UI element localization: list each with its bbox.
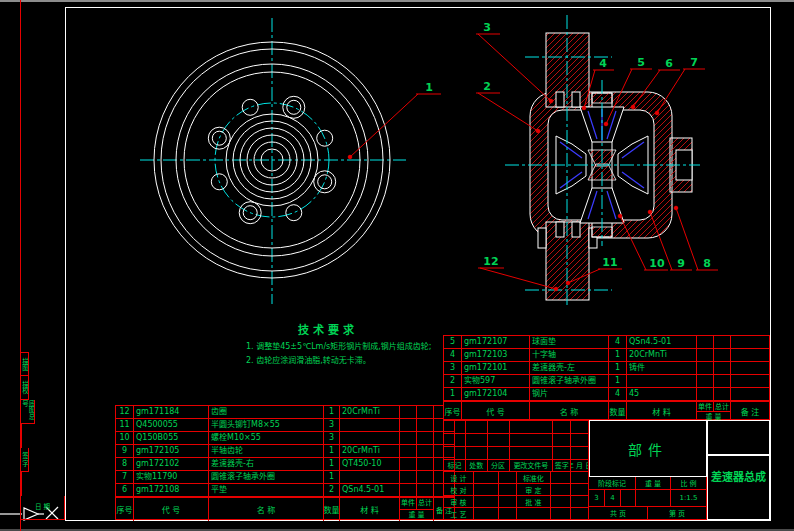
- cell-total: [417, 484, 434, 496]
- cell-material: 20CrMnTi: [627, 349, 697, 361]
- cell-unit: [400, 406, 417, 418]
- cell-qty: 3: [324, 419, 340, 431]
- cell-no: 7: [116, 471, 134, 483]
- label-check: 校 对: [444, 484, 474, 496]
- cell-code: Q150B055: [134, 432, 209, 444]
- cell-name: 差速器壳-右: [209, 458, 324, 470]
- parts-row: 6gm172108平垫2QSn4.5-01: [116, 484, 454, 497]
- header-total: 总计: [417, 498, 433, 509]
- label-scale: 比 例: [671, 477, 707, 490]
- signature-rows: 设 计标准化 校 对审 定 审 核批 准 工 艺: [443, 472, 589, 520]
- balloon-2: 2: [483, 81, 491, 92]
- title-block: 标记 处数 分区 更改文件号 签字 年 月 日 设 计标准化 校 对审 定 审 …: [443, 420, 770, 520]
- parts-row: 11Q4500055半圆头铆钉M8×553: [116, 419, 454, 432]
- header-no: 序号: [444, 402, 462, 421]
- label-examine: 审 定: [517, 484, 552, 496]
- balloon-10: 10: [649, 258, 664, 269]
- parts-row: 7实物11790圆锥滚子轴承外圈1: [116, 471, 454, 484]
- code-cell: [707, 420, 770, 455]
- cell-unit: [697, 388, 714, 400]
- cell-name: 半轴齿轮: [209, 445, 324, 457]
- cell-total: [417, 445, 434, 457]
- cell-no: 9: [116, 445, 134, 457]
- cell-unit: [697, 349, 714, 361]
- cell-remark: [731, 336, 769, 348]
- cell-total: [714, 388, 731, 400]
- stage-label-row: 阶段标记 重 量 比 例: [589, 477, 707, 490]
- stage-mark-2: 4: [605, 490, 621, 507]
- label-count: 处数: [466, 459, 488, 472]
- cell-qty: 1: [324, 471, 340, 483]
- label-standardization: 标准化: [517, 472, 552, 484]
- header-mass: 重 量: [400, 510, 433, 521]
- cell-total: [417, 471, 434, 483]
- cell-name: 齿圈: [209, 406, 324, 418]
- scale-value: 1:1.5: [671, 490, 707, 507]
- cell-qty: 4: [609, 388, 627, 400]
- cad-sheet[interactable]: 1 2 3 4 5 6 7 8 9 10 11 12 技术要求 1. 调整垫45…: [0, 0, 794, 531]
- parts-row: 4gm172103十字轴120CrMnTi: [444, 349, 769, 362]
- tech-requirement-2: 2. 齿轮应涂润滑油脂,转动无卡滞。: [246, 354, 467, 365]
- cell-name: 十字轴: [530, 349, 609, 361]
- label-weight: 重 量: [636, 477, 671, 490]
- label-design: 设 计: [444, 472, 474, 484]
- cell-no: 3: [444, 362, 462, 374]
- cell-material: QSn4.5-01: [627, 336, 697, 348]
- cell-total: [714, 336, 731, 348]
- header-mass-group: 单件总计 重 量: [697, 402, 731, 421]
- parts-row: 5gm172107球面垫4QSn4.5-01: [444, 336, 769, 349]
- cell-no: 8: [116, 458, 134, 470]
- sheet-total: 共 页: [589, 507, 648, 520]
- cell-material: [340, 432, 400, 444]
- cell-name: 螺栓M10×55: [209, 432, 324, 444]
- cell-material: 20CrMnTi: [340, 445, 400, 457]
- margin-blank: [20, 424, 22, 448]
- header-code: 代 号: [134, 498, 209, 521]
- stage-mark-1: 3: [589, 490, 605, 507]
- revision-grid: [443, 420, 589, 459]
- cell-no: 11: [116, 419, 134, 431]
- cell-code: gm171184: [134, 406, 209, 418]
- parts-row: 10Q150B055螺栓M10×553: [116, 432, 454, 445]
- cell-material: 45: [627, 388, 697, 400]
- cell-name: 半圆头铆钉M8×55: [209, 419, 324, 431]
- margin-tracing-check: 描校: [20, 376, 29, 400]
- revision-label-row: 标记 处数 分区 更改文件号 签字 年 月 日: [443, 459, 589, 472]
- drawing-kind-cell: 部件: [589, 420, 707, 477]
- cell-qty: 1: [324, 458, 340, 470]
- parts-row: 9gm172105半轴齿轮120CrMnTi: [116, 445, 454, 458]
- header-total: 总计: [714, 402, 730, 411]
- cell-remark: [731, 388, 769, 400]
- balloon-4: 4: [599, 58, 607, 69]
- cell-material: 20CrMnTi: [340, 406, 400, 418]
- parts-row: 2实物597圆锥滚子轴承外圈1: [444, 375, 769, 388]
- balloon-8: 8: [703, 258, 711, 269]
- cell-total: [714, 375, 731, 387]
- label-approve: 批 准: [517, 496, 552, 508]
- cell-code: gm172103: [462, 349, 530, 361]
- margin-date: 日 期: [20, 496, 65, 520]
- parts-table-right: 5gm172107球面垫4QSn4.5-01 4gm172103十字轴120Cr…: [443, 335, 770, 420]
- cell-material: QT450-10: [340, 458, 400, 470]
- margin-signature: 签 字: [20, 448, 29, 472]
- drawing-title-cell: 差速器总成: [707, 455, 770, 520]
- front-view: [140, 18, 406, 304]
- cell-unit: [400, 432, 417, 444]
- header-name: 名 称: [530, 402, 609, 421]
- header-unit: 单件: [400, 498, 417, 509]
- cell-qty: 1: [324, 445, 340, 457]
- header-qty: 数量: [324, 498, 340, 521]
- cell-code: gm172105: [134, 445, 209, 457]
- parts-row: 8gm172102差速器壳-右1QT450-10: [116, 458, 454, 471]
- header-unit: 单件: [697, 402, 714, 411]
- header-material: 材 料: [340, 498, 400, 521]
- tech-requirements-title: 技术要求: [298, 321, 467, 337]
- cell-qty: 2: [324, 484, 340, 496]
- cell-unit: [400, 484, 417, 496]
- parts-row: 12gm171184齿圈120CrMnTi: [116, 406, 454, 419]
- balloon-9: 9: [677, 258, 685, 269]
- cell-name: 钢片: [530, 388, 609, 400]
- label-mark: 标记: [444, 459, 466, 472]
- tech-requirement-1: 1. 调整垫45±5℃Lm/s矩形钢片制成,钢片组成齿轮;: [246, 340, 467, 351]
- cell-total: [714, 349, 731, 361]
